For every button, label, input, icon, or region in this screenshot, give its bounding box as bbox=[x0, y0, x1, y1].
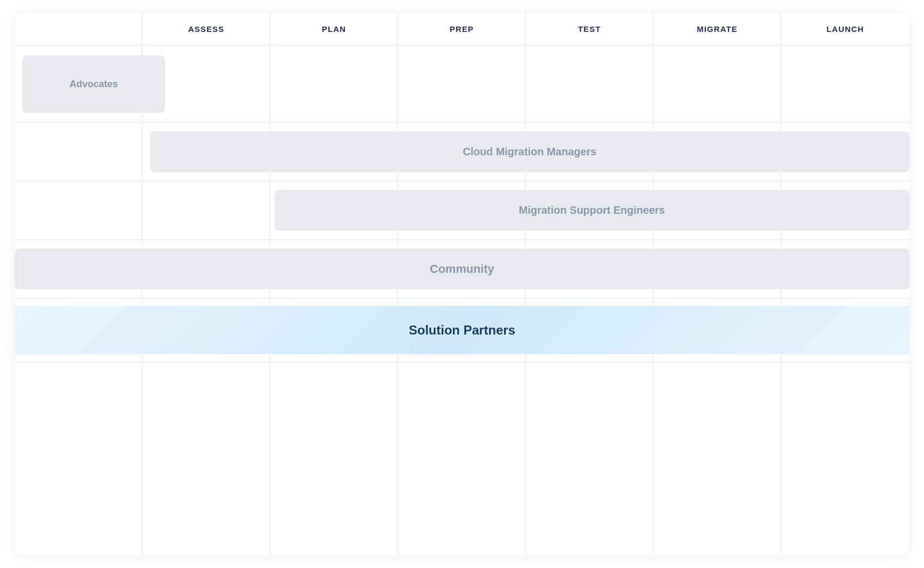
swim-row-cmm: Cloud Migration Managers bbox=[15, 123, 909, 181]
bar-community-label: Community bbox=[430, 262, 494, 276]
header-test: TEST bbox=[526, 13, 654, 45]
swim-row-solution: Solution Partners bbox=[15, 298, 909, 362]
header-empty bbox=[15, 13, 143, 45]
swim-row-community: Community bbox=[15, 240, 909, 298]
bar-cmm: Cloud Migration Managers bbox=[150, 131, 909, 172]
bar-community: Community bbox=[15, 248, 909, 289]
bar-cmm-label: Cloud Migration Managers bbox=[463, 146, 596, 158]
swim-row-mse: Migration Support Engineers bbox=[15, 181, 909, 240]
bar-mse-label: Migration Support Engineers bbox=[519, 204, 665, 216]
header-assess: ASSESS bbox=[143, 13, 270, 45]
grid-body: Advocates Cloud Migration Managers Migra… bbox=[15, 46, 909, 555]
swim-row-bottom bbox=[15, 362, 909, 415]
bar-advocates: Advocates bbox=[22, 55, 165, 113]
bar-solution-label: Solution Partners bbox=[409, 323, 515, 338]
header-prep: PREP bbox=[398, 13, 526, 45]
header-plan: PLAN bbox=[270, 13, 398, 45]
swim-row-advocates: Advocates bbox=[15, 46, 909, 123]
header-launch: LAUNCH bbox=[781, 13, 909, 45]
header-row: ASSESS PLAN PREP TEST MIGRATE LAUNCH bbox=[15, 13, 909, 46]
bar-solution: Solution Partners bbox=[15, 306, 909, 354]
header-migrate: MIGRATE bbox=[654, 13, 781, 45]
bar-advocates-label: Advocates bbox=[69, 79, 118, 90]
bar-mse: Migration Support Engineers bbox=[275, 190, 909, 231]
swimlane-chart: ASSESS PLAN PREP TEST MIGRATE LAUNCH Adv… bbox=[15, 13, 909, 555]
